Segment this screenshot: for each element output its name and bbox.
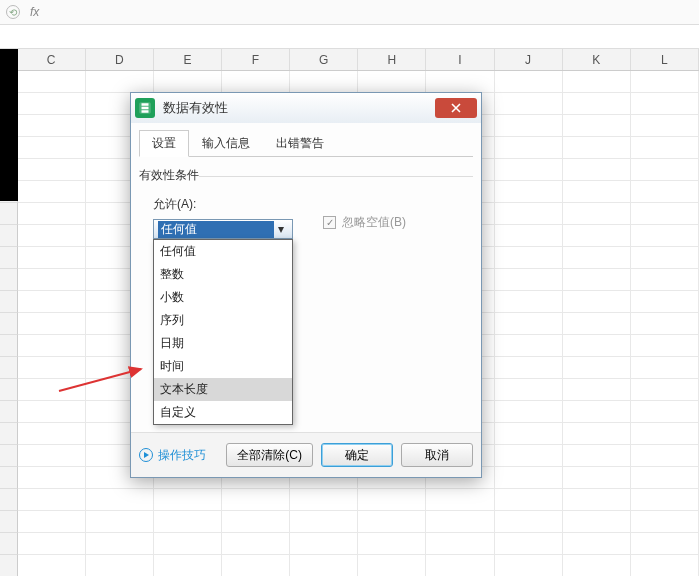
cell[interactable] [495,445,563,467]
cell[interactable] [18,423,86,445]
allow-option[interactable]: 时间 [154,355,292,378]
allow-option[interactable]: 任何值 [154,240,292,263]
row-header[interactable] [0,423,18,445]
cell[interactable] [18,71,86,93]
cell[interactable] [18,93,86,115]
cell[interactable] [631,291,699,313]
cell[interactable] [563,137,631,159]
cell[interactable] [18,247,86,269]
cell[interactable] [631,379,699,401]
cell[interactable] [86,533,154,555]
cell[interactable] [631,115,699,137]
cell[interactable] [563,115,631,137]
cell[interactable] [86,511,154,533]
row-header[interactable] [0,203,18,225]
ok-button[interactable]: 确定 [321,443,393,467]
column-header[interactable]: G [290,49,358,70]
column-header[interactable]: H [358,49,426,70]
cell[interactable] [495,467,563,489]
cell[interactable] [631,203,699,225]
cell[interactable] [495,269,563,291]
clear-all-button[interactable]: 全部清除(C) [226,443,313,467]
allow-option[interactable]: 序列 [154,309,292,332]
cell[interactable] [18,401,86,423]
column-header[interactable]: I [426,49,494,70]
close-button[interactable] [435,98,477,118]
cell[interactable] [86,489,154,511]
tab-settings[interactable]: 设置 [139,130,189,157]
row-header[interactable] [0,555,18,576]
cancel-button[interactable]: 取消 [401,443,473,467]
column-header[interactable]: K [563,49,631,70]
column-header[interactable]: C [18,49,86,70]
row-header[interactable] [0,247,18,269]
column-header[interactable]: E [154,49,222,70]
cell[interactable] [154,533,222,555]
cell[interactable] [290,489,358,511]
row-header[interactable] [0,225,18,247]
cell[interactable] [358,71,426,93]
cell[interactable] [495,511,563,533]
cell[interactable] [563,533,631,555]
column-header[interactable]: L [631,49,699,70]
cell[interactable] [18,115,86,137]
row-header[interactable] [0,401,18,423]
cell[interactable] [563,401,631,423]
cell[interactable] [495,423,563,445]
row-header[interactable] [0,269,18,291]
cell[interactable] [290,71,358,93]
row-header[interactable] [0,511,18,533]
allow-select[interactable]: 任何值 ▾ 任何值整数小数序列日期时间文本长度自定义 [153,219,293,239]
cell[interactable] [222,533,290,555]
row-header[interactable] [0,489,18,511]
cell[interactable] [18,335,86,357]
cell[interactable] [18,489,86,511]
cell[interactable] [631,423,699,445]
cell[interactable] [563,269,631,291]
cell[interactable] [563,379,631,401]
cell[interactable] [495,71,563,93]
row-header[interactable] [0,467,18,489]
cell[interactable] [86,71,154,93]
cell[interactable] [290,511,358,533]
row-header[interactable] [0,379,18,401]
cell[interactable] [18,137,86,159]
cell[interactable] [563,445,631,467]
tab-error-alert[interactable]: 出错警告 [263,130,337,157]
cell[interactable] [18,159,86,181]
allow-select-button[interactable]: 任何值 ▾ [153,219,293,239]
allow-option[interactable]: 文本长度 [154,378,292,401]
cell[interactable] [426,489,494,511]
cell[interactable] [18,379,86,401]
cell[interactable] [426,71,494,93]
row-header[interactable] [0,445,18,467]
cell[interactable] [495,159,563,181]
cell[interactable] [18,445,86,467]
cell[interactable] [631,225,699,247]
cell[interactable] [495,225,563,247]
column-header[interactable]: J [495,49,563,70]
cell[interactable] [631,511,699,533]
cell[interactable] [631,137,699,159]
formula-bar[interactable] [0,25,699,49]
row-header[interactable] [0,313,18,335]
cell[interactable] [18,511,86,533]
cell[interactable] [495,93,563,115]
cell[interactable] [563,71,631,93]
cell[interactable] [563,291,631,313]
cell[interactable] [563,357,631,379]
cell[interactable] [563,93,631,115]
row-header[interactable] [0,291,18,313]
row-header[interactable] [0,357,18,379]
cell[interactable] [18,533,86,555]
cell[interactable] [631,335,699,357]
cell[interactable] [495,203,563,225]
cell[interactable] [495,335,563,357]
cell[interactable] [495,247,563,269]
cell[interactable] [563,467,631,489]
allow-option[interactable]: 小数 [154,286,292,309]
cell[interactable] [631,269,699,291]
cell[interactable] [631,555,699,576]
cell[interactable] [358,489,426,511]
cell[interactable] [563,225,631,247]
